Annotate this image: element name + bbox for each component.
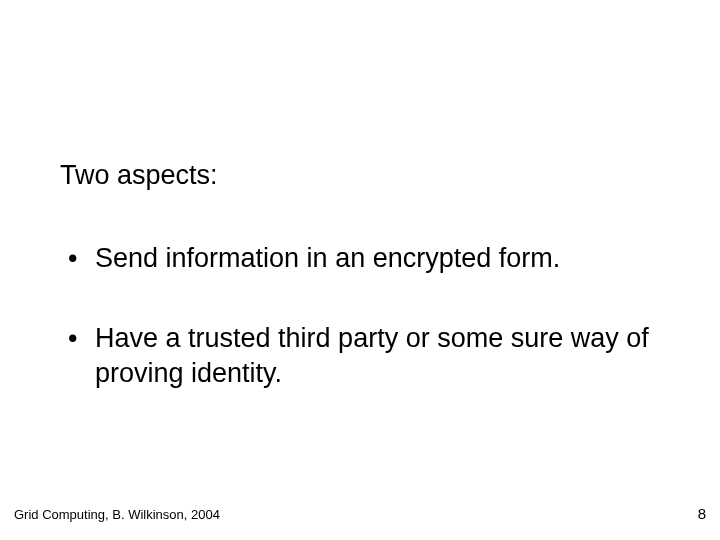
list-item: Send information in an encrypted form.: [60, 241, 660, 276]
slide-content: Two aspects: Send information in an encr…: [0, 0, 720, 391]
page-number: 8: [698, 505, 706, 522]
bullet-list: Send information in an encrypted form. H…: [60, 241, 660, 391]
footer-attribution: Grid Computing, B. Wilkinson, 2004: [14, 507, 220, 522]
slide-footer: Grid Computing, B. Wilkinson, 2004 8: [0, 505, 720, 522]
list-item: Have a trusted third party or some sure …: [60, 321, 660, 391]
slide-heading: Two aspects:: [60, 160, 660, 191]
